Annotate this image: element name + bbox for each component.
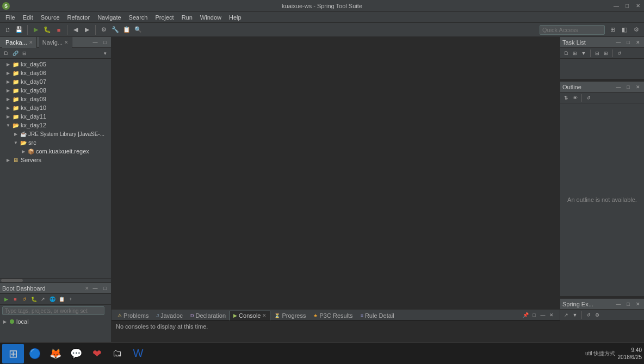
task-new-icon[interactable]: 🗋 [562, 50, 570, 57]
settings-button[interactable]: ⚙ [631, 24, 642, 35]
tree-item-jre[interactable]: ▶ ☕ JRE System Library [JavaSE-... [0, 129, 111, 138]
editor-area[interactable] [112, 37, 560, 310]
spring-open-icon[interactable]: ↗ [562, 311, 570, 319]
boot-console-icon[interactable]: 📋 [58, 295, 65, 303]
start-button[interactable]: ⊞ [2, 344, 24, 363]
menu-edit[interactable]: Edit [20, 14, 36, 21]
maximize-button[interactable]: □ [623, 2, 631, 10]
menu-refactor[interactable]: Refactor [64, 14, 94, 21]
outline-hide-icon[interactable]: 👁 [571, 94, 579, 102]
menu-run[interactable]: Run [178, 14, 196, 21]
left-pane-maximize[interactable]: □ [101, 39, 109, 46]
outline-maximize[interactable]: □ [624, 83, 632, 91]
task-group-icon[interactable]: ⊞ [571, 50, 579, 57]
outline-sort-icon[interactable]: ⇅ [562, 94, 570, 102]
spring-close[interactable]: ✕ [634, 300, 642, 308]
spring-filter-icon[interactable]: ▼ [571, 311, 579, 319]
boot-restart-icon[interactable]: ↺ [21, 295, 28, 303]
boot-stop-icon[interactable]: ■ [11, 295, 19, 303]
menu-window[interactable]: Window [197, 14, 225, 21]
console-close-icon[interactable]: ✕ [548, 311, 555, 319]
tree-item-day10[interactable]: ▶ 📁 kx_day10 [0, 103, 111, 112]
menu-project[interactable]: Project [152, 14, 177, 21]
tab-navigator-close[interactable]: ✕ [64, 40, 69, 45]
tab-navigator[interactable]: Navig... ✕ [39, 37, 72, 48]
tab-p3c[interactable]: ★ P3C Results [309, 311, 356, 320]
menu-help[interactable]: Help [226, 14, 245, 21]
save-button[interactable]: 💾 [14, 24, 24, 35]
tab-declaration[interactable]: D Declaration [187, 311, 230, 320]
taskbar-firefox[interactable]: 🦊 [46, 344, 65, 363]
task-list-minimize[interactable]: — [615, 39, 622, 46]
project-tree[interactable]: ▶ 📁 kx_day05 ▶ 📁 kx_day06 ▶ 📁 kx_day07 ▶… [0, 59, 111, 278]
tree-scrollbar-x[interactable] [0, 278, 111, 282]
forward-button[interactable]: ▶ [82, 24, 92, 35]
tree-item-src[interactable]: ▼ 📂 src [0, 138, 111, 147]
tree-item-day12[interactable]: ▼ 📂 kx_day12 [0, 121, 111, 129]
menu-navigate[interactable]: Navigate [94, 14, 124, 21]
tree-menu-icon[interactable]: ▾ [101, 50, 109, 57]
task-list-maximize[interactable]: □ [624, 39, 632, 46]
tab-package-close[interactable]: ✕ [29, 40, 33, 45]
scrollbar-thumb-x[interactable] [1, 279, 23, 282]
tree-item-day11[interactable]: ▶ 📁 kx_day11 [0, 112, 111, 121]
tree-link-icon[interactable]: 🔗 [11, 50, 19, 57]
console-maximize-icon[interactable]: □ [530, 311, 538, 319]
task-filter-icon[interactable]: ▼ [580, 50, 587, 57]
task-sync-icon[interactable]: ↺ [616, 50, 623, 57]
quick-access-input[interactable] [540, 25, 605, 35]
boot-add-icon[interactable]: + [67, 295, 75, 303]
minimize-button[interactable]: — [612, 2, 620, 10]
taskbar-app3[interactable]: 💬 [66, 344, 86, 363]
tree-new-icon[interactable]: 🗋 [2, 50, 10, 57]
tab-package[interactable]: Packa... ✕ [2, 37, 37, 48]
task-collapse-icon[interactable]: ⊟ [593, 50, 601, 57]
boot-debug-icon[interactable]: 🐛 [30, 295, 38, 303]
left-pane-minimize[interactable]: — [91, 39, 99, 46]
tree-item-day08[interactable]: ▶ 📁 kx_day08 [0, 86, 111, 95]
task-expand-icon[interactable]: ⊞ [602, 50, 610, 57]
tab-progress[interactable]: ⏳ Progress [270, 311, 309, 320]
spring-minimize[interactable]: — [615, 300, 622, 308]
menu-search[interactable]: Search [126, 14, 151, 21]
outline-sync-icon[interactable]: ↺ [585, 94, 592, 102]
tab-console-close[interactable]: ✕ [262, 313, 267, 318]
spring-refresh-icon[interactable]: ↺ [585, 311, 592, 319]
spring-settings-icon[interactable]: ⚙ [593, 311, 601, 319]
tree-item-day09[interactable]: ▶ 📁 kx_day09 [0, 95, 111, 103]
stop-button[interactable]: ■ [53, 24, 64, 35]
perspective-button[interactable]: ⊞ [607, 24, 618, 35]
debug-button[interactable]: 🐛 [42, 24, 53, 35]
boot-local-icon[interactable]: 🌐 [48, 295, 56, 303]
spring-maximize[interactable]: □ [624, 300, 632, 308]
tab-rule[interactable]: ≡ Rule Detail [357, 311, 398, 320]
toolbar-btn-3[interactable]: 📋 [121, 24, 132, 35]
boot-start-icon[interactable]: ▶ [2, 295, 10, 303]
tree-item-servers[interactable]: ▶ 🖥 Servers [0, 156, 111, 164]
boot-maximize-btn[interactable]: □ [101, 285, 109, 292]
console-minimize-icon[interactable]: — [539, 311, 547, 319]
run-button[interactable]: ▶ [30, 24, 41, 35]
tab-problems[interactable]: ⚠ Problems [114, 311, 152, 320]
menu-file[interactable]: File [2, 14, 18, 21]
boot-search-input[interactable] [2, 306, 104, 315]
tab-console[interactable]: ▶ Console ✕ [230, 311, 270, 320]
tree-item-day05[interactable]: ▶ 📁 kx_day05 [0, 60, 111, 69]
back-button[interactable]: ◀ [70, 24, 81, 35]
close-button[interactable]: ✕ [634, 2, 642, 10]
outline-close[interactable]: ✕ [634, 83, 642, 91]
tree-collapse-icon[interactable]: ⊟ [21, 50, 28, 57]
tree-item-day07[interactable]: ▶ 📁 kx_day07 [0, 77, 111, 86]
task-list-close[interactable]: ✕ [634, 39, 642, 46]
taskbar-app6[interactable]: W [128, 344, 148, 363]
new-button[interactable]: 🗋 [2, 24, 13, 35]
taskbar-chrome[interactable]: 🔵 [25, 344, 45, 363]
taskbar-files[interactable]: 🗂 [108, 344, 127, 363]
menu-source[interactable]: Source [38, 14, 63, 21]
tree-item-pkg[interactable]: ▶ 📦 com.kuaixueit.regex [0, 147, 111, 156]
outline-minimize[interactable]: — [615, 83, 622, 91]
boot-local-item[interactable]: ▶ local [2, 318, 109, 325]
tree-item-day06[interactable]: ▶ 📁 kx_day06 [0, 69, 111, 77]
boot-open-icon[interactable]: ↗ [39, 295, 47, 303]
view-button[interactable]: ◧ [619, 24, 630, 35]
